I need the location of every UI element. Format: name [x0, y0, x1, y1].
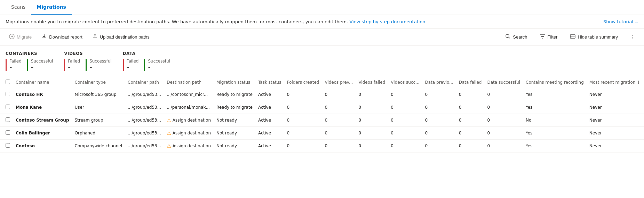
row-videos-prev: 0 [322, 114, 356, 127]
row-contains-meeting-recording: Yes [523, 140, 587, 152]
docs-link[interactable]: View step by step documentation [350, 19, 426, 24]
download-report-button[interactable]: Download report [38, 32, 86, 42]
row-checkbox[interactable] [0, 88, 13, 101]
row-destination-path: ⚠ Assign destination [164, 140, 214, 152]
filter-button[interactable]: Filter [536, 32, 561, 42]
table-summary-icon [570, 34, 575, 40]
summary-group-data: Data Failed - Successful - [123, 51, 170, 71]
show-tutorial-button[interactable]: Show tutorial ⌄ [603, 19, 638, 24]
row-select-checkbox[interactable] [6, 105, 10, 109]
migrations-table: Container name Container type Container … [0, 77, 644, 152]
row-task-status: Active [255, 127, 284, 140]
row-most-recent-migration: Never [587, 88, 643, 101]
th-data-previo: Data previo... [422, 77, 456, 88]
row-checkbox[interactable] [0, 101, 13, 114]
row-container-name: Contoso HR [13, 88, 72, 101]
summary-group-videos: Videos Failed - Successful - [64, 51, 111, 71]
th-migration-status: Migration status [214, 77, 255, 88]
more-options-icon: ⋮ [630, 34, 635, 40]
row-migration-status: Ready to migrate [214, 101, 255, 114]
row-checkbox[interactable] [0, 127, 13, 140]
successful-bar [144, 59, 145, 71]
row-contains-meeting-recording: Yes [523, 88, 587, 101]
th-container-name[interactable]: Container name [13, 77, 72, 88]
row-most-recent-migration: Never [587, 101, 643, 114]
tab-scans[interactable]: Scans [6, 0, 31, 15]
th-task-status: Task status [255, 77, 284, 88]
row-container-type: Stream group [72, 114, 125, 127]
data-failed-card: Failed - [123, 59, 139, 71]
tab-bar: Scans Migrations [0, 0, 644, 15]
failed-bar [64, 59, 65, 71]
th-videos-succ: Videos succ... [388, 77, 422, 88]
migrate-button[interactable]: Migrate [6, 32, 35, 42]
th-most-recent-migration[interactable]: Most recent migration ↓ [587, 77, 643, 88]
search-button[interactable]: Search [502, 32, 531, 42]
row-data-successful: 0 [484, 140, 523, 152]
data-successful-card: Successful - [144, 59, 170, 71]
row-data-previo: 0 [422, 127, 456, 140]
row-select-checkbox[interactable] [6, 143, 10, 148]
summary-section: Containers Failed - Successful - [0, 46, 644, 71]
row-container-path: .../group/ed53... [125, 127, 164, 140]
row-data-successful: 0 [484, 114, 523, 127]
select-all-checkbox[interactable] [6, 80, 10, 84]
summary-group-containers: Containers Failed - Successful - [6, 51, 53, 71]
th-destination-path: Destination path [164, 77, 214, 88]
row-contains-meeting-recording: Yes [523, 101, 587, 114]
info-text: Migrations enable you to migrate content… [6, 19, 426, 24]
chevron-down-icon: ⌄ [635, 19, 638, 24]
row-checkbox[interactable] [0, 140, 13, 152]
row-folders-created: 0 [284, 127, 322, 140]
row-data-failed: 0 [456, 114, 485, 127]
row-container-type: Microsoft 365 group [72, 88, 125, 101]
toolbar-right: Search Filter Hide table summary ⋮ [502, 32, 638, 42]
more-options-button[interactable]: ⋮ [627, 32, 638, 42]
row-most-recent-migration: Never [587, 140, 643, 152]
row-data-previo: 0 [422, 140, 456, 152]
hide-table-summary-button[interactable]: Hide table summary [566, 32, 621, 42]
table-row: Contoso HR Microsoft 365 group .../group… [0, 88, 644, 101]
successful-bar [86, 59, 87, 71]
failed-bar [6, 59, 7, 71]
data-cards: Failed - Successful - [123, 59, 170, 71]
row-destination-path: ⚠ Assign destination [164, 127, 214, 140]
row-most-recent-migration: Never [587, 127, 643, 140]
row-container-name: Colin Ballinger [13, 127, 72, 140]
table-body: Contoso HR Microsoft 365 group .../group… [0, 88, 644, 152]
row-checkbox[interactable] [0, 114, 13, 127]
row-migration-status: Not ready [214, 127, 255, 140]
row-container-name: Contoso Stream Group [13, 114, 72, 127]
upload-icon [92, 34, 98, 40]
containers-cards: Failed - Successful - [6, 59, 53, 71]
row-videos-failed: 0 [356, 101, 388, 114]
row-task-status: Active [255, 140, 284, 152]
row-videos-failed: 0 [356, 114, 388, 127]
tab-migrations[interactable]: Migrations [31, 0, 72, 15]
th-checkbox[interactable] [0, 77, 13, 88]
info-bar: Migrations enable you to migrate content… [0, 15, 644, 29]
row-container-type: User [72, 101, 125, 114]
row-videos-failed: 0 [356, 88, 388, 101]
th-videos-failed: Videos failed [356, 77, 388, 88]
table-row: Colin Ballinger Orphaned .../group/ed53.… [0, 127, 644, 140]
th-container-path: Container path [125, 77, 164, 88]
row-select-checkbox[interactable] [6, 130, 10, 135]
row-data-failed: 0 [456, 140, 485, 152]
th-data-successful: Data successful [484, 77, 523, 88]
row-videos-failed: 0 [356, 127, 388, 140]
search-icon [505, 34, 511, 40]
row-videos-succ: 0 [388, 114, 422, 127]
row-videos-prev: 0 [322, 101, 356, 114]
row-contains-meeting-recording: Yes [523, 127, 587, 140]
upload-destinations-button[interactable]: Upload destination paths [89, 32, 153, 42]
row-data-previo: 0 [422, 88, 456, 101]
row-container-type: Companywide channel [72, 140, 125, 152]
row-select-checkbox[interactable] [6, 117, 10, 122]
row-select-checkbox[interactable] [6, 92, 10, 96]
row-container-name: Contoso [13, 140, 72, 152]
th-folders-created: Folders created [284, 77, 322, 88]
row-destination-path: .../contosohr_micr... [164, 88, 214, 101]
th-container-type: Container type [72, 77, 125, 88]
row-migration-status: Not ready [214, 140, 255, 152]
